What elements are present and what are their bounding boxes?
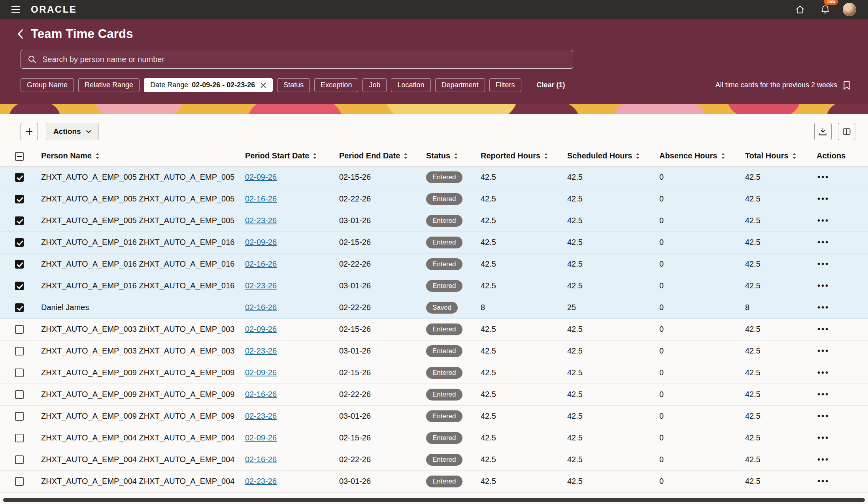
- person-name-cell: ZHXT_AUTO_A_EMP_004 ZHXT_AUTO_A_EMP_004: [37, 427, 241, 449]
- period-start-link[interactable]: 02-16-26: [245, 455, 277, 464]
- period-start-link[interactable]: 02-09-26: [245, 368, 277, 377]
- sort-icon[interactable]: [403, 152, 408, 160]
- row-checkbox[interactable]: [15, 434, 24, 442]
- row-actions-button[interactable]: [817, 367, 830, 379]
- period-start-link[interactable]: 02-09-26: [245, 238, 277, 246]
- period-start-link[interactable]: 02-16-26: [245, 194, 277, 203]
- filter-chip-status[interactable]: Status: [277, 78, 310, 92]
- date-range-clear-button[interactable]: [259, 82, 266, 88]
- table-body: ZHXT_AUTO_A_EMP_005 ZHXT_AUTO_A_EMP_005 …: [0, 166, 868, 492]
- absence-hours-cell: 0: [655, 210, 741, 231]
- row-checkbox[interactable]: [15, 173, 24, 182]
- row-actions-button[interactable]: [817, 388, 830, 401]
- row-checkbox[interactable]: [15, 260, 24, 269]
- period-start-link[interactable]: 02-23-26: [245, 346, 277, 355]
- download-button[interactable]: [814, 123, 832, 140]
- total-hours-cell: 42.5: [741, 405, 813, 427]
- filter-chip-group-name[interactable]: Group Name: [21, 78, 74, 92]
- row-checkbox[interactable]: [15, 412, 24, 421]
- total-hours-cell: 42.5: [741, 427, 813, 449]
- manage-columns-button[interactable]: [838, 123, 855, 140]
- select-all-checkbox[interactable]: [15, 152, 24, 161]
- column-header-scheduled-hours: Scheduled Hours: [567, 151, 632, 160]
- row-actions-button[interactable]: [817, 258, 830, 270]
- row-actions-button[interactable]: [817, 193, 830, 205]
- row-actions-button[interactable]: [817, 280, 830, 292]
- period-end-cell: 02-15-26: [335, 318, 422, 340]
- filter-chip-exception[interactable]: Exception: [314, 78, 358, 92]
- filter-chip-date-range[interactable]: Date Range 02-09-26 - 02-23-26: [144, 78, 273, 92]
- row-actions-button[interactable]: [817, 410, 830, 422]
- filter-chip-job[interactable]: Job: [362, 78, 387, 92]
- period-start-link[interactable]: 02-09-26: [245, 433, 277, 442]
- person-name-cell: ZHXT_AUTO_A_EMP_004 ZHXT_AUTO_A_EMP_004: [37, 470, 241, 492]
- row-checkbox[interactable]: [15, 347, 24, 355]
- row-checkbox[interactable]: [15, 303, 24, 312]
- person-name-cell: Daniel James: [37, 297, 241, 318]
- sort-icon[interactable]: [721, 152, 726, 160]
- filter-chip-relative-range[interactable]: Relative Range: [78, 78, 140, 92]
- person-name-cell: ZHXT_AUTO_A_EMP_005 ZHXT_AUTO_A_EMP_005: [37, 188, 241, 210]
- row-checkbox[interactable]: [15, 195, 24, 203]
- home-button[interactable]: [792, 2, 808, 17]
- filter-chip-department[interactable]: Department: [435, 78, 485, 92]
- filters-button[interactable]: Filters: [489, 78, 521, 92]
- row-checkbox[interactable]: [15, 390, 24, 399]
- total-hours-cell: 42.5: [741, 470, 813, 492]
- table-row: ZHXT_AUTO_A_EMP_005 ZHXT_AUTO_A_EMP_005 …: [0, 210, 868, 231]
- sort-icon[interactable]: [543, 152, 549, 160]
- sort-icon[interactable]: [312, 152, 317, 160]
- bookmark-button[interactable]: [843, 81, 851, 90]
- period-start-link[interactable]: 02-23-26: [245, 216, 277, 225]
- row-actions-button[interactable]: [817, 345, 830, 357]
- period-start-link[interactable]: 02-09-26: [245, 325, 277, 333]
- sort-icon[interactable]: [453, 152, 459, 160]
- sort-icon[interactable]: [635, 152, 640, 160]
- add-timecard-button[interactable]: [21, 123, 38, 140]
- row-actions-button[interactable]: [817, 475, 830, 487]
- sort-icon[interactable]: [95, 152, 100, 160]
- reported-hours-cell: 42.5: [477, 384, 563, 405]
- clear-filters-link[interactable]: Clear (1): [537, 81, 565, 89]
- period-start-link[interactable]: 02-23-26: [245, 412, 277, 420]
- scheduled-hours-cell: 42.5: [563, 231, 655, 253]
- row-checkbox[interactable]: [15, 216, 24, 225]
- row-actions-button[interactable]: [817, 214, 830, 227]
- status-badge: Entered: [426, 476, 462, 487]
- period-start-link[interactable]: 02-16-26: [245, 303, 277, 312]
- row-actions-button[interactable]: [817, 432, 830, 444]
- absence-hours-cell: 0: [655, 253, 741, 275]
- row-checkbox[interactable]: [15, 477, 24, 486]
- period-start-link[interactable]: 02-09-26: [245, 173, 277, 181]
- status-badge: Entered: [426, 258, 462, 270]
- row-actions-button[interactable]: [817, 301, 830, 314]
- row-checkbox[interactable]: [15, 282, 24, 290]
- back-button[interactable]: [17, 28, 25, 39]
- row-actions-button[interactable]: [817, 453, 830, 466]
- period-start-link[interactable]: 02-16-26: [245, 260, 277, 268]
- sort-icon[interactable]: [792, 152, 797, 160]
- row-checkbox[interactable]: [15, 325, 24, 334]
- table-row: ZHXT_AUTO_A_EMP_009 ZHXT_AUTO_A_EMP_009 …: [0, 384, 868, 405]
- column-header-period-end: Period End Date: [339, 151, 400, 160]
- row-checkbox[interactable]: [15, 238, 24, 247]
- row-actions-button[interactable]: [817, 236, 830, 248]
- hamburger-menu-button[interactable]: [8, 2, 24, 17]
- row-checkbox[interactable]: [15, 455, 24, 464]
- table-row: ZHXT_AUTO_A_EMP_004 ZHXT_AUTO_A_EMP_004 …: [0, 449, 868, 470]
- bookmark-icon: [843, 81, 851, 90]
- period-start-link[interactable]: 02-23-26: [245, 477, 277, 485]
- row-actions-button[interactable]: [817, 323, 830, 335]
- actions-menu-button[interactable]: Actions: [46, 123, 99, 140]
- period-start-link[interactable]: 02-16-26: [245, 390, 277, 399]
- row-checkbox[interactable]: [15, 369, 24, 377]
- scheduled-hours-cell: 42.5: [563, 470, 655, 492]
- filter-chip-location[interactable]: Location: [391, 78, 430, 92]
- absence-hours-cell: 0: [655, 427, 741, 449]
- row-actions-button[interactable]: [817, 171, 830, 183]
- period-start-link[interactable]: 02-23-26: [245, 281, 277, 290]
- user-avatar[interactable]: [843, 3, 856, 16]
- search-input[interactable]: [42, 55, 566, 64]
- horizontal-scrollbar[interactable]: [3, 498, 865, 502]
- column-header-period-start: Period Start Date: [245, 151, 309, 160]
